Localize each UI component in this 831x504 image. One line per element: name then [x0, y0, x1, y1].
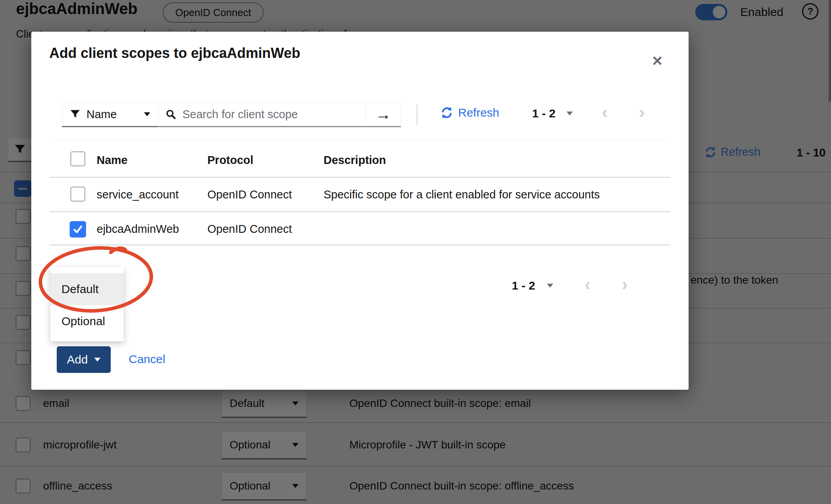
row-checkbox-service-account[interactable] — [70, 187, 85, 202]
row-description: Specific scope for a client enabled for … — [324, 188, 600, 201]
column-header-description: Description — [324, 154, 386, 167]
add-client-scopes-modal: Add client scopes to ejbcaAdminWeb × Nam… — [31, 32, 689, 390]
toolbar-divider — [417, 104, 417, 125]
dropdown-option-default[interactable]: Default — [50, 273, 124, 305]
filter-type-dropdown[interactable]: Name — [62, 102, 158, 127]
assigned-type-dropdown-menu: Default Optional — [50, 267, 124, 341]
pagination-range-bottom[interactable]: 1 - 2 — [512, 279, 535, 292]
table-row-divider — [49, 211, 671, 212]
chevron-right-icon[interactable]: › — [622, 275, 628, 293]
search-submit-button[interactable]: → — [366, 102, 401, 127]
close-icon[interactable]: × — [646, 50, 668, 72]
select-all-checkbox[interactable] — [70, 151, 85, 166]
chevron-left-icon[interactable]: ‹ — [585, 275, 590, 293]
cancel-link[interactable]: Cancel — [129, 353, 165, 366]
column-header-name[interactable]: Name — [97, 154, 128, 167]
refresh-label: Refresh — [458, 106, 499, 119]
row-protocol: OpenID Connect — [207, 188, 292, 201]
add-button-label: Add — [67, 353, 88, 366]
caret-down-icon — [144, 112, 150, 116]
row-name: service_account — [97, 188, 179, 201]
filter-type-label: Name — [86, 108, 117, 121]
row-protocol: OpenID Connect — [207, 223, 292, 236]
table-top-border — [49, 140, 671, 140]
chevron-left-icon[interactable]: ‹ — [602, 103, 608, 121]
caret-down-icon[interactable] — [567, 112, 573, 115]
filter-icon — [70, 109, 80, 119]
check-icon — [72, 223, 84, 235]
chevron-right-icon[interactable]: › — [639, 103, 645, 121]
dropdown-option-optional[interactable]: Optional — [50, 305, 124, 337]
table-row-divider — [49, 245, 671, 245]
search-box — [158, 102, 366, 127]
row-checkbox-ejbcaadminweb-checked[interactable] — [70, 221, 86, 238]
table-header-divider — [49, 177, 671, 178]
modal-title: Add client scopes to ejbcaAdminWeb — [49, 45, 300, 61]
refresh-icon — [440, 106, 453, 119]
arrow-right-icon: → — [376, 106, 391, 123]
refresh-button[interactable]: Refresh — [440, 106, 499, 119]
caret-down-icon — [94, 358, 101, 362]
column-header-protocol: Protocol — [207, 154, 254, 167]
add-button[interactable]: Add — [57, 346, 111, 373]
pagination-range-top[interactable]: 1 - 2 — [532, 107, 556, 120]
caret-down-icon[interactable] — [547, 284, 553, 288]
search-input[interactable] — [182, 108, 358, 121]
search-icon — [165, 108, 176, 120]
row-name: ejbcaAdminWeb — [97, 223, 179, 236]
